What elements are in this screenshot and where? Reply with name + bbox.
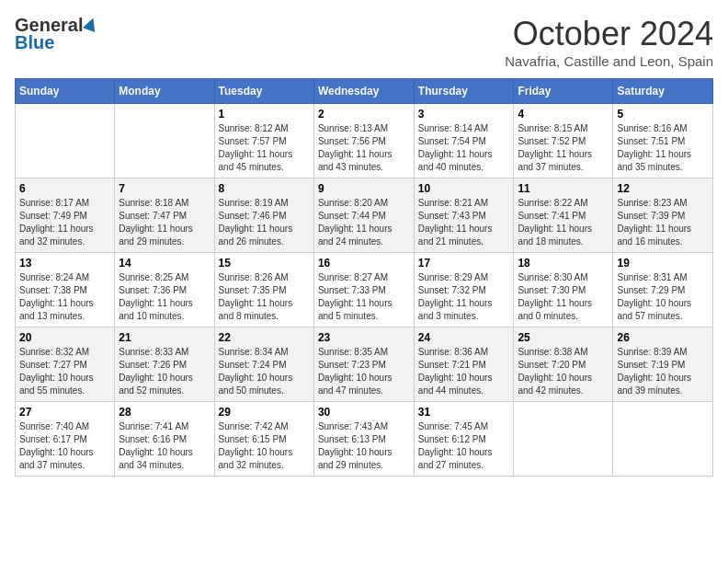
day-cell: 3Sunrise: 8:14 AM Sunset: 7:54 PM Daylig… bbox=[414, 104, 514, 178]
day-number: 19 bbox=[617, 257, 709, 270]
logo: General Blue bbox=[15, 15, 97, 53]
day-number: 25 bbox=[518, 331, 609, 344]
day-info: Sunrise: 8:33 AM Sunset: 7:26 PM Dayligh… bbox=[119, 346, 210, 397]
day-cell: 24Sunrise: 8:36 AM Sunset: 7:21 PM Dayli… bbox=[414, 327, 514, 402]
day-info: Sunrise: 7:40 AM Sunset: 6:17 PM Dayligh… bbox=[19, 420, 110, 472]
page-header: General Blue October 2024 Navafria, Cast… bbox=[15, 15, 713, 69]
day-cell bbox=[514, 402, 613, 477]
day-info: Sunrise: 7:41 AM Sunset: 6:16 PM Dayligh… bbox=[119, 420, 210, 472]
day-info: Sunrise: 8:30 AM Sunset: 7:30 PM Dayligh… bbox=[518, 271, 609, 323]
day-number: 17 bbox=[418, 257, 510, 270]
day-cell bbox=[613, 402, 713, 477]
weekday-tuesday: Tuesday bbox=[214, 79, 313, 104]
week-row-5: 27Sunrise: 7:40 AM Sunset: 6:17 PM Dayli… bbox=[16, 402, 713, 477]
day-cell: 2Sunrise: 8:13 AM Sunset: 7:56 PM Daylig… bbox=[313, 104, 414, 178]
day-cell: 26Sunrise: 8:39 AM Sunset: 7:19 PM Dayli… bbox=[613, 327, 713, 402]
day-number: 22 bbox=[219, 331, 310, 344]
day-info: Sunrise: 8:15 AM Sunset: 7:52 PM Dayligh… bbox=[518, 122, 609, 174]
day-number: 23 bbox=[318, 331, 410, 344]
weekday-saturday: Saturday bbox=[613, 79, 713, 104]
day-info: Sunrise: 8:16 AM Sunset: 7:51 PM Dayligh… bbox=[617, 122, 709, 174]
weekday-wednesday: Wednesday bbox=[313, 79, 414, 104]
day-info: Sunrise: 8:22 AM Sunset: 7:41 PM Dayligh… bbox=[518, 197, 609, 248]
calendar: SundayMondayTuesdayWednesdayThursdayFrid… bbox=[15, 78, 713, 477]
day-info: Sunrise: 8:31 AM Sunset: 7:29 PM Dayligh… bbox=[617, 271, 709, 323]
weekday-monday: Monday bbox=[115, 79, 214, 104]
day-number: 18 bbox=[518, 257, 609, 270]
day-cell: 6Sunrise: 8:17 AM Sunset: 7:49 PM Daylig… bbox=[16, 178, 115, 253]
day-info: Sunrise: 8:13 AM Sunset: 7:56 PM Dayligh… bbox=[318, 122, 410, 174]
day-info: Sunrise: 8:17 AM Sunset: 7:49 PM Dayligh… bbox=[19, 197, 110, 248]
day-info: Sunrise: 8:25 AM Sunset: 7:36 PM Dayligh… bbox=[119, 271, 210, 323]
week-row-3: 13Sunrise: 8:24 AM Sunset: 7:38 PM Dayli… bbox=[16, 253, 713, 327]
day-number: 3 bbox=[418, 108, 510, 121]
day-cell: 31Sunrise: 7:45 AM Sunset: 6:12 PM Dayli… bbox=[414, 402, 514, 477]
day-cell: 8Sunrise: 8:19 AM Sunset: 7:46 PM Daylig… bbox=[214, 178, 313, 253]
day-number: 20 bbox=[19, 331, 110, 344]
day-info: Sunrise: 8:26 AM Sunset: 7:35 PM Dayligh… bbox=[219, 271, 310, 323]
day-cell: 25Sunrise: 8:38 AM Sunset: 7:20 PM Dayli… bbox=[514, 327, 613, 402]
weekday-thursday: Thursday bbox=[414, 79, 514, 104]
day-number: 8 bbox=[219, 182, 310, 195]
day-cell: 13Sunrise: 8:24 AM Sunset: 7:38 PM Dayli… bbox=[16, 253, 115, 327]
week-row-4: 20Sunrise: 8:32 AM Sunset: 7:27 PM Dayli… bbox=[16, 327, 713, 402]
day-info: Sunrise: 8:12 AM Sunset: 7:57 PM Dayligh… bbox=[219, 122, 310, 174]
day-number: 24 bbox=[418, 331, 510, 344]
day-number: 30 bbox=[318, 406, 410, 419]
day-number: 11 bbox=[518, 182, 609, 195]
day-cell: 28Sunrise: 7:41 AM Sunset: 6:16 PM Dayli… bbox=[115, 402, 214, 477]
day-number: 29 bbox=[219, 406, 310, 419]
day-cell: 29Sunrise: 7:42 AM Sunset: 6:15 PM Dayli… bbox=[214, 402, 313, 477]
day-info: Sunrise: 8:38 AM Sunset: 7:20 PM Dayligh… bbox=[518, 346, 609, 397]
day-number: 15 bbox=[219, 257, 310, 270]
day-number: 16 bbox=[318, 257, 410, 270]
day-number: 12 bbox=[617, 182, 709, 195]
day-cell: 21Sunrise: 8:33 AM Sunset: 7:26 PM Dayli… bbox=[115, 327, 214, 402]
weekday-header-row: SundayMondayTuesdayWednesdayThursdayFrid… bbox=[16, 79, 713, 104]
day-info: Sunrise: 8:23 AM Sunset: 7:39 PM Dayligh… bbox=[617, 197, 709, 248]
day-info: Sunrise: 7:42 AM Sunset: 6:15 PM Dayligh… bbox=[219, 420, 310, 472]
day-cell: 12Sunrise: 8:23 AM Sunset: 7:39 PM Dayli… bbox=[613, 178, 713, 253]
day-cell: 23Sunrise: 8:35 AM Sunset: 7:23 PM Dayli… bbox=[313, 327, 414, 402]
day-number: 13 bbox=[19, 257, 110, 270]
day-number: 7 bbox=[119, 182, 210, 195]
weekday-sunday: Sunday bbox=[16, 79, 115, 104]
day-cell: 30Sunrise: 7:43 AM Sunset: 6:13 PM Dayli… bbox=[313, 402, 414, 477]
day-cell: 4Sunrise: 8:15 AM Sunset: 7:52 PM Daylig… bbox=[514, 104, 613, 178]
day-cell: 20Sunrise: 8:32 AM Sunset: 7:27 PM Dayli… bbox=[16, 327, 115, 402]
day-number: 14 bbox=[119, 257, 210, 270]
day-number: 5 bbox=[617, 108, 709, 121]
day-cell: 27Sunrise: 7:40 AM Sunset: 6:17 PM Dayli… bbox=[16, 402, 115, 477]
day-cell: 19Sunrise: 8:31 AM Sunset: 7:29 PM Dayli… bbox=[613, 253, 713, 327]
day-cell: 18Sunrise: 8:30 AM Sunset: 7:30 PM Dayli… bbox=[514, 253, 613, 327]
day-number: 10 bbox=[418, 182, 510, 195]
day-info: Sunrise: 8:36 AM Sunset: 7:21 PM Dayligh… bbox=[418, 346, 510, 397]
day-number: 9 bbox=[318, 182, 410, 195]
day-info: Sunrise: 8:27 AM Sunset: 7:33 PM Dayligh… bbox=[318, 271, 410, 323]
day-info: Sunrise: 7:45 AM Sunset: 6:12 PM Dayligh… bbox=[418, 420, 510, 472]
day-number: 21 bbox=[119, 331, 210, 344]
day-cell: 9Sunrise: 8:20 AM Sunset: 7:44 PM Daylig… bbox=[313, 178, 414, 253]
day-cell bbox=[16, 104, 115, 178]
day-info: Sunrise: 8:20 AM Sunset: 7:44 PM Dayligh… bbox=[318, 197, 410, 248]
day-number: 6 bbox=[19, 182, 110, 195]
day-info: Sunrise: 8:24 AM Sunset: 7:38 PM Dayligh… bbox=[19, 271, 110, 323]
day-number: 2 bbox=[318, 108, 410, 121]
day-info: Sunrise: 8:29 AM Sunset: 7:32 PM Dayligh… bbox=[418, 271, 510, 323]
week-row-2: 6Sunrise: 8:17 AM Sunset: 7:49 PM Daylig… bbox=[16, 178, 713, 253]
day-cell: 1Sunrise: 8:12 AM Sunset: 7:57 PM Daylig… bbox=[214, 104, 313, 178]
month-title: October 2024 bbox=[505, 15, 713, 53]
logo-blue: Blue bbox=[15, 32, 54, 53]
day-cell: 5Sunrise: 8:16 AM Sunset: 7:51 PM Daylig… bbox=[613, 104, 713, 178]
day-number: 31 bbox=[418, 406, 510, 419]
day-number: 1 bbox=[219, 108, 310, 121]
week-row-1: 1Sunrise: 8:12 AM Sunset: 7:57 PM Daylig… bbox=[16, 104, 713, 178]
day-number: 27 bbox=[19, 406, 110, 419]
day-info: Sunrise: 8:34 AM Sunset: 7:24 PM Dayligh… bbox=[219, 346, 310, 397]
day-info: Sunrise: 8:32 AM Sunset: 7:27 PM Dayligh… bbox=[19, 346, 110, 397]
day-cell bbox=[115, 104, 214, 178]
logo-icon bbox=[84, 16, 100, 32]
day-info: Sunrise: 8:18 AM Sunset: 7:47 PM Dayligh… bbox=[119, 197, 210, 248]
title-section: October 2024 Navafria, Castille and Leon… bbox=[505, 15, 713, 69]
day-cell: 15Sunrise: 8:26 AM Sunset: 7:35 PM Dayli… bbox=[214, 253, 313, 327]
